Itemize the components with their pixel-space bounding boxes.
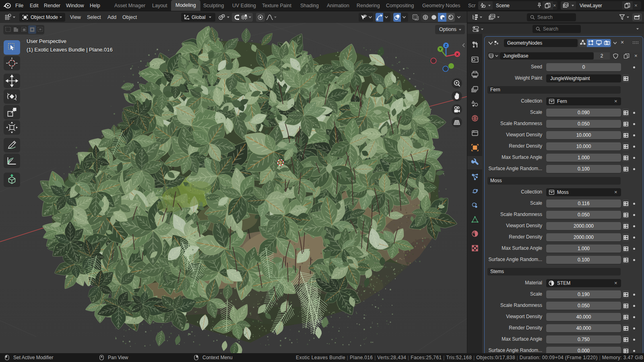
svg-text:X: X bbox=[456, 52, 459, 56]
svg-text:Z: Z bbox=[445, 43, 447, 47]
svg-text:Y: Y bbox=[439, 47, 442, 51]
